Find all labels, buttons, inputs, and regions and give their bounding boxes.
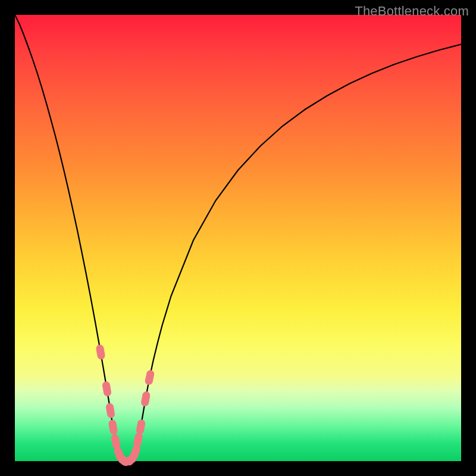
watermark-text: TheBottleneck.com — [355, 4, 469, 19]
curve-marker — [133, 433, 143, 448]
bottleneck-curve-svg — [15, 15, 461, 461]
curve-marker — [106, 403, 115, 418]
chart-frame: TheBottleneck.com — [0, 0, 476, 476]
marker-group — [96, 345, 155, 467]
curve-marker — [145, 370, 155, 386]
plot-area — [15, 15, 461, 461]
curve-marker — [111, 434, 121, 449]
curve-marker — [141, 392, 151, 407]
bottleneck-curve — [15, 15, 461, 461]
curve-marker — [108, 419, 118, 435]
curve-marker — [102, 381, 112, 397]
curve-marker — [136, 419, 145, 435]
curve-marker — [96, 345, 105, 360]
